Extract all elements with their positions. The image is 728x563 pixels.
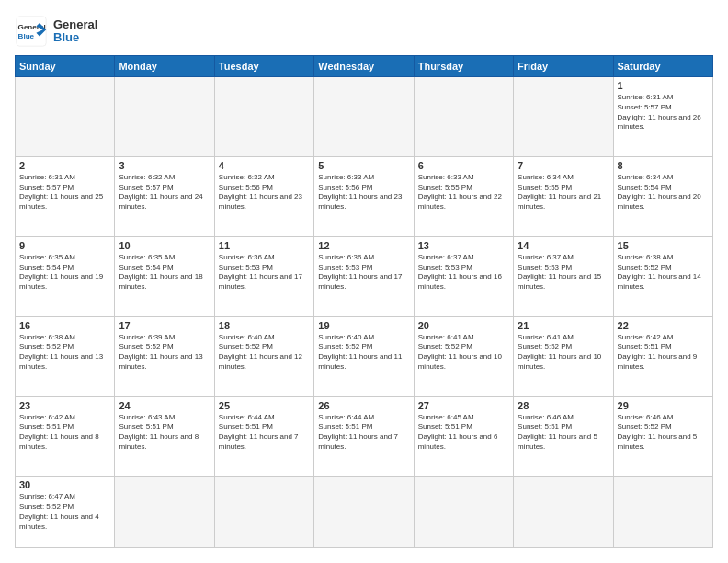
day-info: Sunrise: 6:38 AMSunset: 5:52 PMDaylight:… (618, 253, 709, 293)
calendar-cell: 1Sunrise: 6:31 AMSunset: 5:57 PMDaylight… (613, 77, 712, 157)
day-info: Sunrise: 6:41 AMSunset: 5:52 PMDaylight:… (418, 333, 509, 373)
calendar-cell: 8Sunrise: 6:34 AMSunset: 5:54 PMDaylight… (613, 156, 712, 236)
day-info: Sunrise: 6:44 AMSunset: 5:51 PMDaylight:… (219, 413, 310, 453)
day-number: 6 (418, 160, 509, 171)
calendar-cell: 19Sunrise: 6:40 AMSunset: 5:52 PMDayligh… (314, 316, 414, 396)
calendar-cell: 27Sunrise: 6:45 AMSunset: 5:51 PMDayligh… (414, 396, 513, 477)
day-number: 16 (19, 320, 110, 331)
day-info: Sunrise: 6:37 AMSunset: 5:53 PMDaylight:… (518, 253, 609, 293)
day-info: Sunrise: 6:42 AMSunset: 5:51 PMDaylight:… (618, 333, 709, 373)
day-number: 19 (318, 320, 409, 331)
logo: General Blue General Blue (15, 15, 97, 48)
day-info: Sunrise: 6:43 AMSunset: 5:51 PMDaylight:… (119, 413, 210, 453)
day-number: 14 (518, 240, 609, 251)
day-header-sunday: Sunday (16, 56, 115, 77)
day-header-saturday: Saturday (613, 56, 712, 77)
calendar-cell: 7Sunrise: 6:34 AMSunset: 5:55 PMDaylight… (514, 156, 613, 236)
calendar-cell (414, 77, 513, 157)
calendar-cell: 30Sunrise: 6:47 AMSunset: 5:52 PMDayligh… (16, 477, 115, 548)
day-info: Sunrise: 6:41 AMSunset: 5:52 PMDaylight:… (518, 333, 609, 373)
logo-general-text: General (53, 18, 97, 31)
day-info: Sunrise: 6:36 AMSunset: 5:53 PMDaylight:… (318, 253, 409, 293)
calendar-cell (16, 77, 115, 157)
calendar-cell: 18Sunrise: 6:40 AMSunset: 5:52 PMDayligh… (214, 316, 313, 396)
day-header-friday: Friday (514, 56, 613, 77)
day-info: Sunrise: 6:45 AMSunset: 5:51 PMDaylight:… (418, 413, 509, 453)
calendar-cell: 24Sunrise: 6:43 AMSunset: 5:51 PMDayligh… (115, 396, 214, 477)
calendar-cell (214, 77, 313, 157)
day-number: 9 (19, 240, 110, 251)
calendar-cell: 2Sunrise: 6:31 AMSunset: 5:57 PMDaylight… (16, 156, 115, 236)
calendar-cell: 14Sunrise: 6:37 AMSunset: 5:53 PMDayligh… (514, 236, 613, 316)
day-number: 20 (418, 320, 509, 331)
day-info: Sunrise: 6:31 AMSunset: 5:57 PMDaylight:… (618, 93, 709, 132)
calendar-cell (514, 477, 613, 548)
day-number: 3 (119, 160, 210, 171)
calendar-cell (214, 477, 313, 548)
calendar-cell: 4Sunrise: 6:32 AMSunset: 5:56 PMDaylight… (214, 156, 313, 236)
calendar-cell: 16Sunrise: 6:38 AMSunset: 5:52 PMDayligh… (16, 316, 115, 396)
calendar-cell: 15Sunrise: 6:38 AMSunset: 5:52 PMDayligh… (613, 236, 712, 316)
calendar-cell: 28Sunrise: 6:46 AMSunset: 5:51 PMDayligh… (514, 396, 613, 477)
day-info: Sunrise: 6:34 AMSunset: 5:54 PMDaylight:… (618, 173, 709, 213)
day-info: Sunrise: 6:33 AMSunset: 5:55 PMDaylight:… (418, 173, 509, 213)
day-header-thursday: Thursday (414, 56, 513, 77)
day-info: Sunrise: 6:37 AMSunset: 5:53 PMDaylight:… (418, 253, 509, 293)
calendar-cell (115, 77, 214, 157)
day-info: Sunrise: 6:40 AMSunset: 5:52 PMDaylight:… (219, 333, 310, 373)
logo-blue-text: Blue (53, 31, 97, 44)
calendar-cell: 23Sunrise: 6:42 AMSunset: 5:51 PMDayligh… (16, 396, 115, 477)
day-info: Sunrise: 6:42 AMSunset: 5:51 PMDaylight:… (19, 413, 110, 453)
day-info: Sunrise: 6:35 AMSunset: 5:54 PMDaylight:… (119, 253, 210, 293)
day-info: Sunrise: 6:40 AMSunset: 5:52 PMDaylight:… (318, 333, 409, 373)
calendar-cell (115, 477, 214, 548)
calendar-cell (314, 77, 414, 157)
day-info: Sunrise: 6:31 AMSunset: 5:57 PMDaylight:… (19, 173, 110, 213)
day-info: Sunrise: 6:32 AMSunset: 5:57 PMDaylight:… (119, 173, 210, 213)
calendar: SundayMondayTuesdayWednesdayThursdayFrid… (15, 55, 713, 548)
header: General Blue General Blue (15, 15, 713, 48)
day-number: 7 (518, 160, 609, 171)
day-number: 10 (119, 240, 210, 251)
page: General Blue General Blue SundayMondayTu… (0, 0, 728, 563)
day-info: Sunrise: 6:47 AMSunset: 5:52 PMDaylight:… (19, 492, 110, 532)
calendar-cell (414, 477, 513, 548)
day-number: 13 (418, 240, 509, 251)
day-number: 18 (219, 320, 310, 331)
calendar-cell: 11Sunrise: 6:36 AMSunset: 5:53 PMDayligh… (214, 236, 313, 316)
day-info: Sunrise: 6:46 AMSunset: 5:51 PMDaylight:… (518, 413, 609, 453)
calendar-cell: 9Sunrise: 6:35 AMSunset: 5:54 PMDaylight… (16, 236, 115, 316)
day-info: Sunrise: 6:35 AMSunset: 5:54 PMDaylight:… (19, 253, 110, 293)
day-number: 1 (618, 80, 709, 91)
calendar-cell: 26Sunrise: 6:44 AMSunset: 5:51 PMDayligh… (314, 396, 414, 477)
day-number: 29 (618, 400, 709, 411)
calendar-cell (514, 77, 613, 157)
calendar-cell: 22Sunrise: 6:42 AMSunset: 5:51 PMDayligh… (613, 316, 712, 396)
calendar-cell: 25Sunrise: 6:44 AMSunset: 5:51 PMDayligh… (214, 396, 313, 477)
day-info: Sunrise: 6:44 AMSunset: 5:51 PMDaylight:… (318, 413, 409, 453)
day-number: 4 (219, 160, 310, 171)
svg-text:Blue: Blue (18, 32, 35, 40)
calendar-cell: 29Sunrise: 6:46 AMSunset: 5:52 PMDayligh… (613, 396, 712, 477)
day-number: 21 (518, 320, 609, 331)
day-number: 22 (618, 320, 709, 331)
day-number: 15 (618, 240, 709, 251)
day-number: 8 (618, 160, 709, 171)
day-number: 30 (19, 479, 110, 490)
calendar-cell: 10Sunrise: 6:35 AMSunset: 5:54 PMDayligh… (115, 236, 214, 316)
day-number: 28 (518, 400, 609, 411)
day-header-monday: Monday (115, 56, 214, 77)
day-info: Sunrise: 6:34 AMSunset: 5:55 PMDaylight:… (518, 173, 609, 213)
calendar-cell: 20Sunrise: 6:41 AMSunset: 5:52 PMDayligh… (414, 316, 513, 396)
calendar-cell: 3Sunrise: 6:32 AMSunset: 5:57 PMDaylight… (115, 156, 214, 236)
day-header-tuesday: Tuesday (214, 56, 313, 77)
day-number: 5 (318, 160, 409, 171)
day-info: Sunrise: 6:39 AMSunset: 5:52 PMDaylight:… (119, 333, 210, 373)
day-number: 17 (119, 320, 210, 331)
day-number: 12 (318, 240, 409, 251)
calendar-cell: 21Sunrise: 6:41 AMSunset: 5:52 PMDayligh… (514, 316, 613, 396)
day-info: Sunrise: 6:46 AMSunset: 5:52 PMDaylight:… (618, 413, 709, 453)
logo-icon: General Blue (15, 15, 48, 48)
day-number: 24 (119, 400, 210, 411)
calendar-cell: 12Sunrise: 6:36 AMSunset: 5:53 PMDayligh… (314, 236, 414, 316)
